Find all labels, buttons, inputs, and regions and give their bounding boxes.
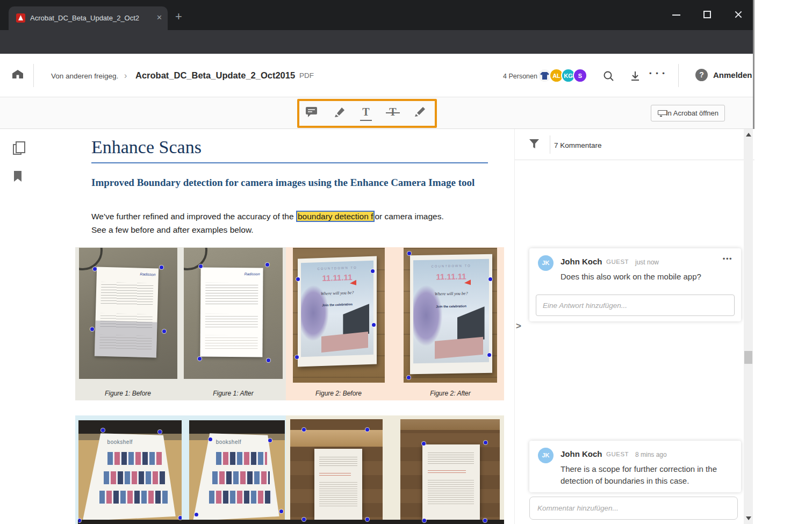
comments-count: 7 Kommentare — [554, 141, 602, 149]
highlight-annotation[interactable]: boundary detection f — [296, 211, 375, 222]
pencil-draw-tool-icon[interactable] — [413, 106, 427, 120]
doc-title-rule — [91, 162, 488, 163]
avatar-s[interactable]: S — [573, 68, 587, 83]
new-tab-button[interactable]: + — [175, 10, 182, 24]
signin-button[interactable]: Anmelden — [713, 70, 752, 80]
divider — [550, 135, 550, 154]
comment-avatar: JK — [538, 255, 554, 271]
search-icon[interactable] — [603, 70, 615, 82]
doc-paragraph-line1: We've further refined and improved the a… — [91, 212, 444, 221]
comment-card[interactable]: JK John Koch GUEST just now ••• Does thi… — [529, 248, 741, 321]
screenshot-stage: Acrobat_DC_Beta_Update_2_Oct2 ✕ + ← → ⟳ … — [0, 0, 812, 524]
scroll-down-arrow-icon[interactable] — [746, 516, 751, 520]
bookmarks-icon[interactable] — [14, 171, 21, 182]
figure2-before-photo: COUNTDOWN TO 11.11.11 Where will you be?… — [293, 248, 385, 383]
comment-author: John Koch — [561, 257, 602, 266]
tab-title: Acrobat_DC_Beta_Update_2_Oct2 — [30, 14, 145, 22]
title-separator: · — [292, 70, 294, 79]
dc-header: Von anderen freigeg. › Acrobat_DC_Beta_U… — [0, 54, 753, 97]
browser-window: Acrobat_DC_Beta_Update_2_Oct2 ✕ + ← → ⟳ … — [0, 0, 754, 524]
divider — [33, 64, 34, 87]
comment-menu-icon[interactable]: ••• — [723, 255, 732, 263]
comment-timestamp: just now — [635, 259, 659, 266]
people-count: 4 Personen — [503, 73, 537, 80]
download-icon[interactable] — [630, 70, 641, 82]
comment-text: Does this also work on the mobile app? — [561, 271, 727, 283]
reply-input[interactable] — [536, 295, 735, 316]
comments-panel: 7 Kommentare > JK John Koch GUEST just n… — [514, 129, 754, 524]
comments-header: 7 Kommentare — [515, 129, 754, 160]
figure-caption: Figure 2: After — [405, 390, 496, 397]
browser-tab[interactable]: Acrobat_DC_Beta_Update_2_Oct2 ✕ — [9, 6, 168, 30]
doc-paragraph-line2: See a few before and after examples belo… — [91, 225, 254, 235]
underline-text-tool-icon[interactable]: T — [359, 106, 373, 120]
browser-toolbar: ← → ⟳ ⌂ documentcloud.adobe.com/link/rev… — [0, 30, 753, 54]
pdf-favicon-icon — [16, 13, 25, 23]
breadcrumb[interactable]: Von anderen freigeg. — [51, 72, 118, 80]
help-icon[interactable]: ? — [695, 69, 708, 81]
comment-role-badge: GUEST — [606, 451, 629, 457]
comment-role-badge: GUEST — [606, 259, 629, 265]
dc-home-icon[interactable] — [12, 70, 23, 78]
figure3-after-photo: bookshelf — [189, 420, 285, 524]
figure1-before-photo: Radisson — [79, 248, 177, 379]
open-in-acrobat-button[interactable]: In Acrobat öffnen — [651, 105, 725, 121]
comment-timestamp: 8 mins ago — [635, 451, 667, 458]
strikethrough-text-tool-icon[interactable]: T — [386, 106, 400, 120]
file-type-label: PDF — [299, 71, 314, 80]
figure4-after-photo — [400, 419, 500, 524]
window-minimize-button[interactable] — [672, 15, 680, 16]
breadcrumb-chevron-icon: › — [124, 71, 127, 81]
comment-avatar: JK — [538, 448, 554, 463]
monitor-icon — [658, 110, 667, 115]
window-close-button[interactable] — [734, 10, 743, 19]
scrollbar[interactable] — [744, 129, 753, 524]
doc-heading: Improved Boundary detection for camera i… — [91, 175, 492, 190]
figure-caption: Figure 1: Before — [82, 390, 174, 397]
more-options-icon[interactable]: • • • — [649, 69, 666, 77]
figure4-before-photo — [290, 419, 383, 524]
scrollbar-thumb[interactable] — [744, 351, 752, 364]
comment-author: John Koch — [561, 449, 602, 458]
tab-close-icon[interactable]: ✕ — [156, 13, 162, 21]
annotation-toolbar: T T In Acrobat öffnen — [0, 97, 753, 129]
comment-text: There is a scope for further correction … — [561, 463, 727, 487]
pdf-page: Enhance Scans Improved Boundary detectio… — [34, 129, 514, 524]
page-title: Acrobat_DC_Beta_Update_2_Oct2015 — [135, 70, 295, 81]
browser-tab-bar: Acrobat_DC_Beta_Update_2_Oct2 ✕ + — [0, 0, 753, 30]
figure2-after-photo: COUNTDOWN TO 11.11.11 Where will you be?… — [404, 248, 497, 383]
add-comment-tool-icon[interactable] — [305, 106, 319, 120]
filter-icon[interactable] — [529, 139, 539, 148]
new-comment-input[interactable] — [529, 497, 738, 520]
comment-card[interactable]: JK John Koch GUEST 8 mins ago There is a… — [529, 441, 741, 492]
scroll-up-arrow-icon[interactable] — [746, 133, 751, 137]
figure-caption: Figure 1: After — [188, 390, 279, 397]
doc-title: Enhance Scans — [91, 137, 202, 157]
window-maximize-button[interactable] — [703, 11, 711, 18]
figure3-before-photo: bookshelf — [78, 420, 182, 524]
figure-caption: Figure 2: Before — [293, 390, 384, 397]
page-thumbnails-icon[interactable] — [13, 144, 21, 155]
page-bottom-edge — [78, 520, 504, 524]
divider — [678, 64, 679, 87]
figure1-after-photo: Radisson — [184, 248, 283, 379]
panel-collapse-icon[interactable]: > — [516, 321, 521, 332]
highlighter-tool-icon[interactable] — [332, 106, 346, 120]
